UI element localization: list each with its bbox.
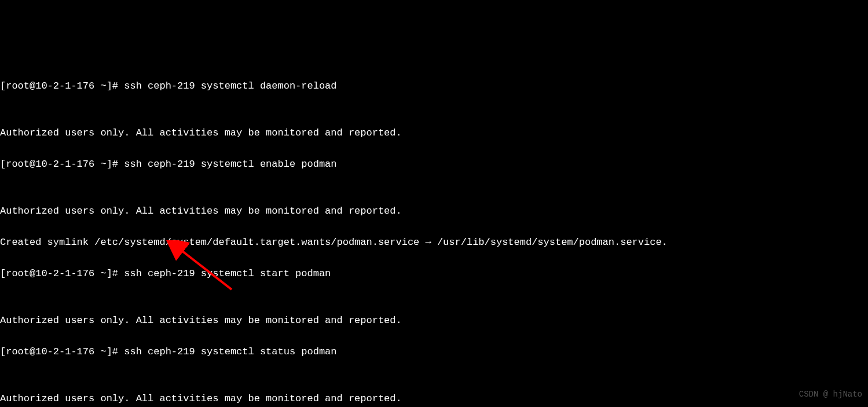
shell-prompt: [root@10-2-1-176 ~]# — [0, 268, 124, 279]
output-line: Authorized users only. All activities ma… — [0, 313, 868, 328]
shell-prompt: [root@10-2-1-176 ~]# — [0, 80, 124, 91]
prompt-line: [root@10-2-1-176 ~]# ssh ceph-219 system… — [0, 344, 868, 360]
prompt-line: [root@10-2-1-176 ~]# ssh ceph-219 system… — [0, 78, 868, 94]
watermark-text: CSDN @ hjNato — [799, 387, 862, 402]
command-text: ssh ceph-219 systemctl enable podman — [124, 159, 336, 170]
command-text: ssh ceph-219 systemctl status podman — [124, 346, 336, 357]
output-line: Authorized users only. All activities ma… — [0, 203, 868, 219]
command-text: ssh ceph-219 systemctl daemon-reload — [124, 80, 336, 91]
command-text: ssh ceph-219 systemctl start podman — [124, 268, 331, 279]
output-line: Created symlink /etc/systemd/system/defa… — [0, 234, 868, 250]
output-line: Authorized users only. All activities ma… — [0, 391, 868, 406]
shell-prompt: [root@10-2-1-176 ~]# — [0, 159, 124, 170]
prompt-line: [root@10-2-1-176 ~]# ssh ceph-219 system… — [0, 156, 868, 172]
shell-prompt: [root@10-2-1-176 ~]# — [0, 346, 124, 357]
prompt-line: [root@10-2-1-176 ~]# ssh ceph-219 system… — [0, 266, 868, 281]
output-line: Authorized users only. All activities ma… — [0, 125, 868, 141]
terminal-output: [root@10-2-1-176 ~]# ssh ceph-219 system… — [0, 63, 868, 407]
